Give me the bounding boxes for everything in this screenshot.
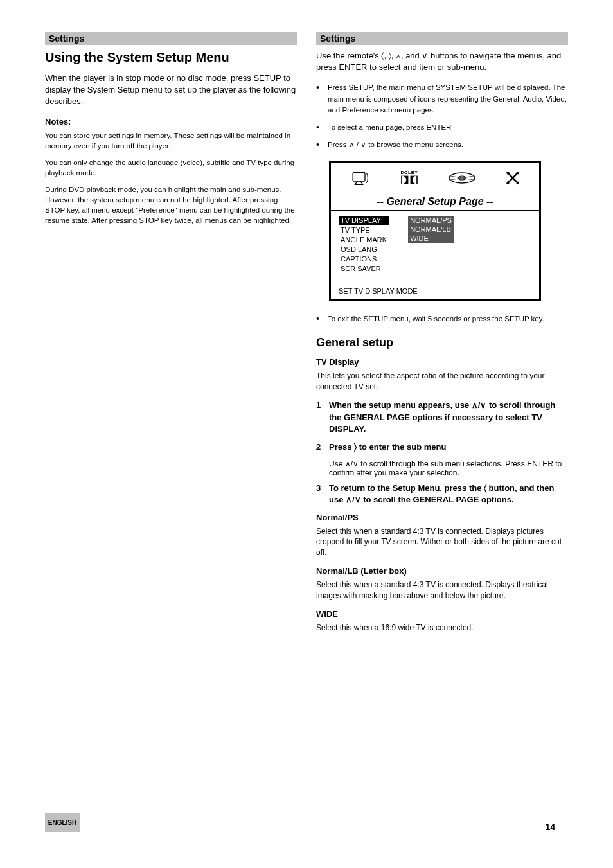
page-number: 14 <box>545 822 555 832</box>
normal-lb-label: Normal/LB (Letter box) <box>316 566 568 576</box>
bullet-icon: • <box>316 122 323 133</box>
menu-status-text: SET TV DISPLAY MODE <box>331 283 539 299</box>
svg-rect-0 <box>353 172 365 181</box>
menu-item-tv-type: TV TYPE <box>339 226 389 235</box>
menu-item-angle-mark: ANGLE MARK <box>339 235 389 244</box>
menu-option-normal-ps: NORMAL/PS <box>408 216 454 225</box>
step-number: 3 <box>316 483 324 506</box>
note-2: You can only change the audio language (… <box>45 157 297 178</box>
menu-item-captions: CAPTIONS <box>339 254 389 263</box>
bullet-select: To select a menu page, press ENTER <box>328 122 451 133</box>
bullet-icon: • <box>316 314 323 324</box>
section-header-right: Settings <box>316 32 568 45</box>
bullet-icon: • <box>316 139 323 150</box>
intro-text: When the player is in stop mode or no di… <box>45 73 297 108</box>
setup-menu-screenshot: DOLBY -- General Setup Page -- TV DISPLA… <box>329 161 541 301</box>
tv-display-text: This lets you select the aspect ratio of… <box>316 371 568 393</box>
bullet-setup: Press SETUP, the main menu of SYSTEM SET… <box>328 82 568 116</box>
menu-title: -- General Setup Page -- <box>331 193 539 211</box>
menu-option-normal-lb: NORMAL/LB <box>408 225 454 234</box>
section-title-left: Using the System Setup Menu <box>45 50 297 65</box>
video-icon <box>447 167 477 189</box>
bullet-icon: • <box>316 82 323 116</box>
menu-item-scr-saver: SCR SAVER <box>339 264 389 273</box>
bullet-exit: To exit the SETUP menu, wait 5 seconds o… <box>328 314 544 324</box>
bullet-browse: Press ∧ / ∨ to browse the menu screens. <box>328 139 463 150</box>
step-3: To return to the Setup Menu, press the 〈… <box>329 483 568 506</box>
step-number: 2 <box>316 441 324 453</box>
section-header-left: Settings <box>45 32 297 45</box>
preference-icon <box>505 167 520 189</box>
note-1: You can store your settings in memory. T… <box>45 130 297 151</box>
note-3: During DVD playback mode, you can highli… <box>45 184 297 226</box>
language-tab: ENGLISH <box>45 813 80 832</box>
step-2: Press 〉 to enter the sub menu <box>329 441 446 453</box>
tv-display-label: TV Display <box>316 357 568 367</box>
normal-ps-text: Select this when a standard 4:3 TV is co… <box>316 526 568 558</box>
general-setup-heading: General setup <box>316 336 568 350</box>
wide-label: WIDE <box>316 609 568 619</box>
audio-icon: DOLBY <box>399 167 420 189</box>
nav-paragraph: Use the remote's 〈, 〉, ∧, and ∨ buttons … <box>316 50 568 73</box>
notes-label: Notes: <box>45 117 297 127</box>
general-icon <box>350 167 371 189</box>
menu-option-wide: WIDE <box>408 234 454 243</box>
step-2-sub: Use ∧/∨ to scroll through the sub menu s… <box>329 459 568 477</box>
menu-item-tv-display: TV DISPLAY <box>339 216 389 225</box>
normal-ps-label: Normal/PS <box>316 513 568 522</box>
step-1: When the setup menu appears, use ∧/∨ to … <box>329 400 568 435</box>
wide-text: Select this when a 16:9 wide TV is conne… <box>316 623 568 633</box>
normal-lb-text: Select this when a standard 4:3 TV is co… <box>316 580 568 601</box>
menu-item-osd-lang: OSD LANG <box>339 245 389 254</box>
step-number: 1 <box>316 400 324 435</box>
